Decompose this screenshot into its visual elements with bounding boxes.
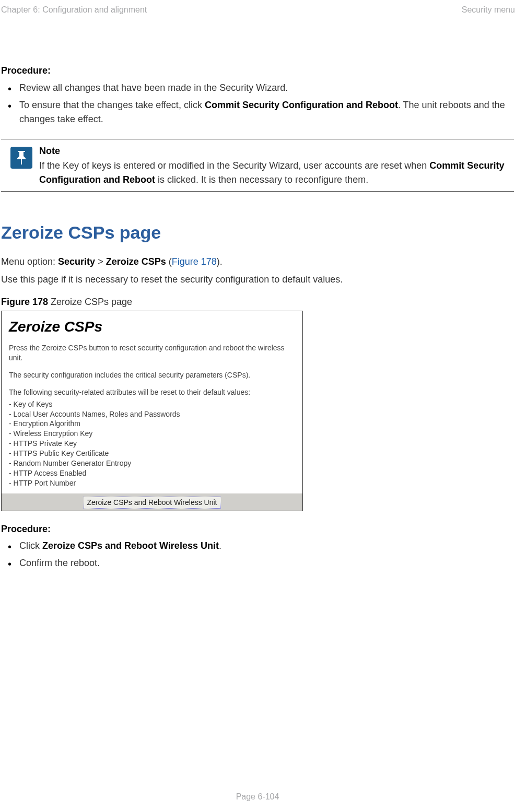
- zeroize-button[interactable]: Zeroize CSPs and Reboot Wireless Unit: [84, 497, 221, 509]
- list-item: - HTTPS Public Key Certificate: [9, 449, 295, 458]
- list-item: - HTTP Port Number: [9, 478, 295, 488]
- page-header: Chapter 6: Configuration and alignment S…: [0, 0, 515, 20]
- list-item-text: Review all changes that have been made i…: [19, 83, 288, 93]
- menu-zeroize: Zeroize CSPs: [106, 256, 166, 267]
- figure-screenshot: Zeroize CSPs Press the Zeroize CSPs butt…: [1, 311, 303, 511]
- note-text-block: Note If the Key of keys is entered or mo…: [39, 145, 514, 187]
- note-label: Note: [39, 145, 514, 158]
- figure-para-2: The security configuration includes the …: [9, 370, 295, 380]
- figure-button-bar: Zeroize CSPs and Reboot Wireless Unit: [2, 493, 302, 511]
- figure-caption: Figure 178 Zeroize CSPs page: [1, 296, 514, 309]
- note-block: Note If the Key of keys is entered or mo…: [1, 139, 514, 191]
- divider: [1, 191, 514, 192]
- procedure-heading-2: Procedure:: [1, 523, 514, 536]
- list-item: Confirm the reboot.: [19, 556, 514, 570]
- figure-caption-title: Zeroize CSPs page: [48, 297, 132, 307]
- list-item-prefix: To ensure that the changes take effect, …: [19, 100, 205, 110]
- note-icon-wrap: [1, 145, 30, 187]
- figure-reset-list: - Key of Keys - Local User Accounts Name…: [9, 399, 295, 488]
- header-section: Security menu: [462, 4, 515, 16]
- menu-gt: >: [95, 256, 106, 267]
- note-prefix: If the Key of keys is entered or modifie…: [39, 160, 429, 171]
- page-number: Page 6-104: [0, 791, 515, 803]
- list-item: - Wireless Encryption Key: [9, 429, 295, 439]
- list-item-prefix: Click: [19, 540, 42, 551]
- section-description: Use this page if it is necessary to rese…: [1, 273, 514, 286]
- figure-para-3: The following security-related attribute…: [9, 387, 295, 397]
- commit-label: Commit Security Configuration and Reboot: [205, 100, 398, 110]
- procedure-heading-1: Procedure:: [1, 64, 514, 77]
- procedure-list-1: Review all changes that have been made i…: [1, 81, 514, 126]
- paren-open: (: [166, 256, 172, 267]
- list-item: - Local User Accounts Names, Roles and P…: [9, 409, 295, 419]
- section-heading: Zeroize CSPs page: [1, 220, 514, 245]
- list-item: - HTTPS Private Key: [9, 439, 295, 449]
- list-item: - Key of Keys: [9, 399, 295, 409]
- list-item-text: Confirm the reboot.: [19, 558, 100, 568]
- menu-prefix: Menu option:: [1, 256, 58, 267]
- list-item: Click Zeroize CSPs and Reboot Wireless U…: [19, 539, 514, 553]
- note-suffix: is clicked. It is then necessary to reco…: [155, 174, 368, 185]
- procedure-2: Procedure: Click Zeroize CSPs and Reboot…: [1, 523, 514, 570]
- procedure-list-2: Click Zeroize CSPs and Reboot Wireless U…: [1, 539, 514, 570]
- list-item: To ensure that the changes take effect, …: [19, 98, 514, 126]
- menu-option: Menu option: Security > Zeroize CSPs (Fi…: [1, 255, 514, 268]
- paren-close: ).: [217, 256, 223, 267]
- note-text: If the Key of keys is entered or modifie…: [39, 159, 514, 187]
- list-item: - Encryption Algorithm: [9, 419, 295, 429]
- list-item: Review all changes that have been made i…: [19, 81, 514, 95]
- list-item: - HTTP Access Enabled: [9, 468, 295, 478]
- figure-title: Zeroize CSPs: [9, 316, 295, 337]
- zeroize-label: Zeroize CSPs and Reboot Wireless Unit: [42, 540, 219, 551]
- figure-para-1: Press the Zeroize CSPs button to reset s…: [9, 343, 295, 363]
- figure-caption-num: Figure 178: [1, 297, 48, 307]
- menu-security: Security: [58, 256, 95, 267]
- figure-link[interactable]: Figure 178: [172, 256, 217, 267]
- list-item: - Random Number Generator Entropy: [9, 458, 295, 468]
- header-chapter: Chapter 6: Configuration and alignment: [0, 4, 147, 16]
- page-content: Procedure: Review all changes that have …: [0, 64, 515, 570]
- pin-icon: [10, 147, 32, 169]
- list-item-suffix: .: [219, 540, 221, 551]
